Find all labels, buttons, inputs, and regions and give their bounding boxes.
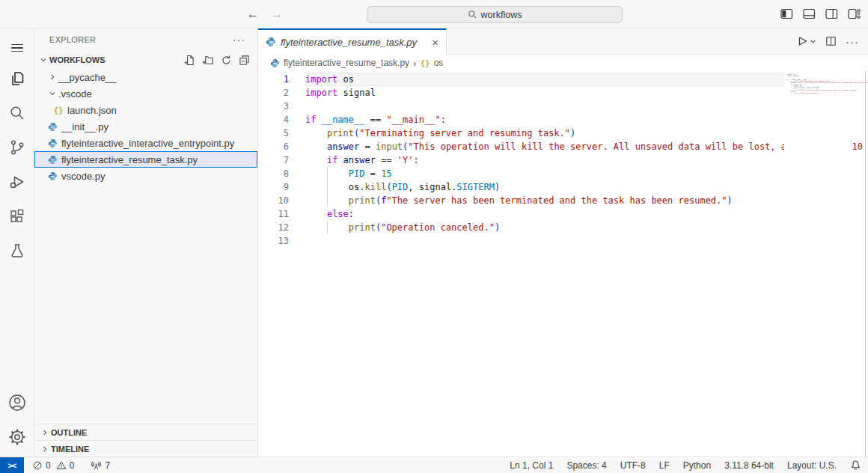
- python-file-icon: [48, 138, 58, 148]
- tree-item--pycache-[interactable]: __pycache__: [34, 69, 257, 85]
- customize-layout-icon[interactable]: [848, 8, 861, 19]
- line-number[interactable]: 1: [258, 73, 305, 86]
- layout-controls: [780, 0, 861, 28]
- status-eol[interactable]: LF: [652, 457, 676, 473]
- editor-actions: ···: [796, 28, 868, 54]
- code-line-4[interactable]: if __name__ == "__main__":: [305, 113, 784, 126]
- symbol-icon: {}: [420, 58, 430, 68]
- tree-item-flyteinteractive-resume-task-py[interactable]: flyteinteractive_resume_task.py: [34, 151, 257, 168]
- vscode-window: ← → workflows: [0, 0, 868, 473]
- timeline-section-header[interactable]: TIMELINE: [34, 440, 257, 457]
- line-number[interactable]: 7: [258, 153, 305, 167]
- tree-item--init-py[interactable]: __init__.py: [34, 118, 257, 135]
- split-editor-icon[interactable]: [825, 36, 837, 46]
- breadcrumb-file[interactable]: flyteinteractive_resume_task.py: [284, 58, 409, 68]
- line-number[interactable]: 10: [258, 194, 305, 207]
- explorer-more-actions[interactable]: ···: [233, 34, 245, 46]
- editor-more-actions[interactable]: ···: [846, 35, 859, 48]
- run-python-file-button[interactable]: [796, 35, 816, 47]
- line-number[interactable]: 3: [258, 100, 305, 113]
- command-center-search[interactable]: workflows: [367, 6, 623, 23]
- code-line-1[interactable]: import os: [305, 73, 784, 86]
- outline-section-header[interactable]: OUTLINE: [34, 424, 257, 440]
- extensions-icon: [8, 207, 26, 225]
- application-menu-button[interactable]: [0, 34, 34, 61]
- activity-bar: [0, 28, 34, 457]
- code-line-10[interactable]: print(f"The server has been terminated a…: [305, 194, 784, 207]
- new-file-icon[interactable]: [184, 55, 195, 66]
- tab-flyteinteractive-resume-task[interactable]: flyteinteractive_resume_task.py ×: [258, 28, 447, 55]
- activity-run-debug[interactable]: [0, 165, 34, 199]
- bell-icon: [850, 460, 861, 471]
- files-icon: [8, 70, 26, 88]
- line-number[interactable]: 6: [258, 140, 305, 153]
- toggle-secondary-sidebar-icon[interactable]: [825, 8, 838, 19]
- scrollbar-track[interactable]: [865, 71, 866, 457]
- toggle-panel-icon[interactable]: [803, 8, 816, 19]
- ports-indicator[interactable]: 7: [85, 457, 115, 473]
- activity-testing[interactable]: [0, 234, 34, 268]
- status-encoding[interactable]: UTF-8: [614, 457, 652, 473]
- code-line-8[interactable]: PID = 15: [305, 167, 784, 180]
- collapse-all-icon[interactable]: [239, 55, 250, 66]
- settings-button[interactable]: [0, 422, 34, 452]
- status-cursor-position[interactable]: Ln 1, Col 1: [503, 457, 560, 473]
- status-language-mode[interactable]: Python: [676, 457, 718, 473]
- status-python-interpreter[interactable]: 3.11.8 64-bit: [718, 457, 780, 473]
- remote-indicator[interactable]: ><: [0, 457, 24, 473]
- line-number[interactable]: 12: [258, 221, 305, 234]
- line-number[interactable]: 4: [258, 113, 305, 126]
- code-lines[interactable]: import osimport signalif __name__ == "__…: [305, 71, 784, 457]
- line-number-gutter[interactable]: 12345678910111213: [258, 71, 305, 457]
- problems-indicator[interactable]: 0 0: [27, 457, 79, 473]
- file-label: launch.json: [67, 105, 117, 116]
- code-line-12[interactable]: print("Operation canceled."): [305, 221, 784, 234]
- notifications-bell[interactable]: [843, 457, 868, 473]
- code-line-11[interactable]: else:: [305, 207, 784, 221]
- error-icon: [32, 460, 43, 471]
- tree-item-flyteinteractive-interactive-entrypoint-py[interactable]: flyteinteractive_interactive_entrypoint.…: [34, 135, 257, 151]
- line-number[interactable]: 13: [258, 234, 305, 248]
- code-line-13[interactable]: [305, 234, 784, 248]
- new-folder-icon[interactable]: [202, 55, 214, 66]
- close-tab-icon[interactable]: ×: [432, 37, 438, 48]
- minimap[interactable]: import osimport signalif __name__ == "__…: [784, 71, 868, 457]
- back-arrow-icon[interactable]: ←: [247, 7, 259, 21]
- status-indentation[interactable]: Spaces: 4: [560, 457, 613, 473]
- activity-source-control[interactable]: [0, 130, 34, 165]
- line-number[interactable]: 8: [258, 167, 305, 180]
- code-line-5[interactable]: print("Terminating server and resuming t…: [305, 126, 784, 140]
- status-keyboard-layout[interactable]: Layout: U.S.: [780, 457, 843, 473]
- forward-arrow-icon[interactable]: →: [271, 7, 283, 21]
- activity-explorer[interactable]: [0, 61, 34, 96]
- python-file-icon: [48, 122, 58, 132]
- activity-search[interactable]: [0, 96, 34, 130]
- warning-icon: [56, 460, 67, 471]
- line-number[interactable]: 2: [258, 86, 305, 100]
- chevron-right-icon: [40, 428, 49, 437]
- tree-item-vscode-py[interactable]: vscode.py: [34, 168, 257, 184]
- gear-icon: [7, 427, 27, 447]
- code-line-2[interactable]: import signal: [305, 86, 784, 100]
- tree-item-launch-json[interactable]: {}launch.json: [34, 102, 257, 118]
- workspace-section-header[interactable]: WORKFLOWS: [34, 51, 257, 69]
- code-line-9[interactable]: os.kill(PID, signal.SIGTERM): [305, 180, 784, 194]
- code-line-6[interactable]: answer = input("This operation will kill…: [305, 140, 784, 153]
- file-label: __init__.py: [61, 121, 109, 132]
- tree-item--vscode[interactable]: .vscode: [34, 85, 257, 102]
- line-number[interactable]: 9: [258, 180, 305, 194]
- activity-extensions[interactable]: [0, 199, 34, 234]
- toggle-primary-sidebar-icon[interactable]: [780, 8, 793, 19]
- accounts-button[interactable]: [0, 388, 34, 418]
- breadcrumb-symbol[interactable]: os: [434, 58, 444, 68]
- code-line-7[interactable]: if answer == 'Y':: [305, 153, 784, 167]
- refresh-icon[interactable]: [221, 55, 232, 66]
- code-line-3[interactable]: [305, 100, 784, 113]
- code-editor[interactable]: 12345678910111213 import osimport signal…: [258, 71, 868, 457]
- remote-icon: ><: [8, 461, 16, 470]
- line-number[interactable]: 5: [258, 126, 305, 140]
- line-number[interactable]: 11: [258, 207, 305, 221]
- run-icon: [796, 35, 808, 47]
- breadcrumb-separator: ›: [413, 58, 416, 69]
- python-file-icon: [48, 155, 58, 165]
